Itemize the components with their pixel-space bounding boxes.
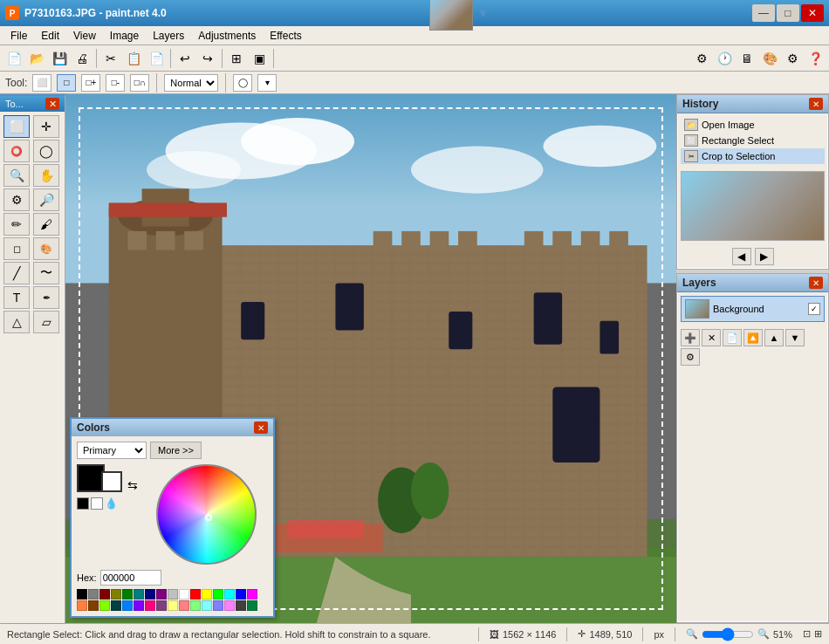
tool-shape[interactable]: △ xyxy=(3,311,30,333)
palette-color[interactable] xyxy=(247,600,257,611)
palette-color[interactable] xyxy=(122,600,133,611)
selection-mode-add[interactable]: □+ xyxy=(81,74,100,92)
palette-color[interactable] xyxy=(224,589,235,599)
tool-ellipse[interactable]: ◯ xyxy=(33,140,59,162)
layer-delete-button[interactable]: ✕ xyxy=(702,329,721,346)
palette-color[interactable] xyxy=(236,600,246,611)
palette-color[interactable] xyxy=(145,600,155,611)
tool-eraser[interactable]: ◻ xyxy=(3,237,30,260)
close-button[interactable]: ✕ xyxy=(801,4,824,22)
palette-color[interactable] xyxy=(77,600,87,611)
palette-color[interactable] xyxy=(190,589,201,599)
tool-magic-wand[interactable]: ⚙ xyxy=(3,188,30,211)
tools-close-button[interactable]: ✕ xyxy=(45,98,59,110)
ruler-button[interactable]: ▣ xyxy=(249,48,270,69)
palette-color[interactable] xyxy=(179,600,189,611)
tool-zoom-out[interactable]: 🔎 xyxy=(33,188,59,211)
history-close-button[interactable]: ✕ xyxy=(809,98,823,110)
settings-button[interactable]: ⚙ xyxy=(691,48,712,69)
palette-color[interactable] xyxy=(111,589,121,599)
history-back-button[interactable]: ◀ xyxy=(732,248,751,265)
hex-input[interactable] xyxy=(100,570,161,586)
palette-color[interactable] xyxy=(145,589,155,599)
palette-color[interactable] xyxy=(134,600,144,611)
colors-close-button[interactable]: ✕ xyxy=(254,421,268,434)
layer-item-background[interactable]: Background ✓ xyxy=(681,296,825,322)
cut-button[interactable]: ✂ xyxy=(100,48,121,69)
menu-image[interactable]: Image xyxy=(103,28,146,44)
redo-button[interactable]: ↪ xyxy=(197,48,218,69)
menu-effects[interactable]: Effects xyxy=(263,28,308,44)
tool-icon-1[interactable]: ⬜ xyxy=(32,74,51,92)
palette-color[interactable] xyxy=(99,589,110,599)
color-wheel[interactable] xyxy=(156,464,257,565)
undo-button[interactable]: ↩ xyxy=(175,48,195,69)
save-button[interactable]: 💾 xyxy=(49,48,70,69)
palette-color[interactable] xyxy=(190,600,201,611)
palette-color[interactable] xyxy=(88,600,99,611)
tool-pan[interactable]: ✋ xyxy=(33,164,59,187)
paste-button[interactable]: 📄 xyxy=(146,48,167,69)
zoom-out-icon[interactable]: 🔍 xyxy=(686,628,698,640)
color-mode-select[interactable]: Primary Secondary xyxy=(77,442,147,459)
palette-color[interactable] xyxy=(213,600,223,611)
config-button[interactable]: ⚙ xyxy=(782,48,803,69)
swap-colors-icon[interactable]: ⇆ xyxy=(127,478,138,492)
clock-button[interactable]: 🕐 xyxy=(714,48,735,69)
palette-color[interactable] xyxy=(236,589,246,599)
palette-color[interactable] xyxy=(156,600,167,611)
help-button[interactable]: ❓ xyxy=(805,48,826,69)
menu-file[interactable]: File xyxy=(3,28,34,44)
palette-color[interactable] xyxy=(111,600,121,611)
layer-visibility-checkbox[interactable]: ✓ xyxy=(808,303,820,315)
open-button[interactable]: 📂 xyxy=(26,48,47,69)
maximize-button[interactable]: □ xyxy=(777,4,799,22)
tool-brush[interactable]: 🖌 xyxy=(33,213,59,236)
palette-color[interactable] xyxy=(168,589,178,599)
selection-mode-replace[interactable]: □ xyxy=(57,74,76,92)
tool-rectangle-select[interactable]: ⬜ xyxy=(3,115,30,138)
layer-merge-button[interactable]: 🔼 xyxy=(743,329,763,346)
thumbnail-arrow[interactable]: ▼ xyxy=(476,6,489,20)
display-button[interactable]: 🖥 xyxy=(737,48,757,69)
layer-duplicate-button[interactable]: 📄 xyxy=(723,329,742,346)
zoom-in-icon[interactable]: 🔍 xyxy=(757,628,770,640)
tool-text[interactable]: T xyxy=(3,286,30,309)
color-wheel-container[interactable] xyxy=(156,464,257,565)
tool-pencil[interactable]: ✏ xyxy=(3,213,30,236)
layer-add-button[interactable]: ➕ xyxy=(681,329,700,346)
tool-curve[interactable]: 〜 xyxy=(33,262,59,284)
history-item-open[interactable]: 📁 Open Image xyxy=(681,117,825,133)
palette-color[interactable] xyxy=(179,589,189,599)
tool-fill[interactable]: 🎨 xyxy=(33,237,59,260)
layer-down-button[interactable]: ▼ xyxy=(785,329,805,346)
palette-color[interactable] xyxy=(88,589,99,599)
history-forward-button[interactable]: ▶ xyxy=(755,248,774,265)
palette-color[interactable] xyxy=(247,589,257,599)
palette-color[interactable] xyxy=(156,589,167,599)
tool-gradient[interactable]: ▱ xyxy=(33,311,59,333)
new-button[interactable]: 📄 xyxy=(3,48,24,69)
print-button[interactable]: 🖨 xyxy=(72,48,92,69)
menu-adjustments[interactable]: Adjustments xyxy=(191,28,263,44)
history-item-crop[interactable]: ✂ Crop to Selection xyxy=(681,148,825,164)
palette-color[interactable] xyxy=(134,589,144,599)
foreground-color[interactable] xyxy=(77,497,89,510)
palette-color[interactable] xyxy=(202,600,212,611)
layers-close-button[interactable]: ✕ xyxy=(809,277,823,289)
layer-properties-button[interactable]: ⚙ xyxy=(681,348,700,366)
selection-mode-subtract[interactable]: □- xyxy=(106,74,125,92)
tool-zoom[interactable]: 🔍 xyxy=(3,164,30,187)
minimize-button[interactable]: — xyxy=(752,4,775,22)
tool-lasso[interactable]: ⭕ xyxy=(3,140,30,162)
tool-freeform[interactable]: ✒ xyxy=(33,286,59,309)
selection-mode-intersect[interactable]: □∩ xyxy=(130,74,149,92)
tool-move[interactable]: ✛ xyxy=(33,115,59,138)
layer-up-button[interactable]: ▲ xyxy=(764,329,784,346)
blend-mode-select[interactable]: Normal xyxy=(164,74,218,92)
palette-color[interactable] xyxy=(168,600,178,611)
palette-color[interactable] xyxy=(122,589,133,599)
antialiasing-button[interactable]: ◯ xyxy=(233,74,252,92)
fit-window-icon[interactable]: ⊡ xyxy=(803,628,811,640)
zoom-slider[interactable] xyxy=(702,627,754,641)
